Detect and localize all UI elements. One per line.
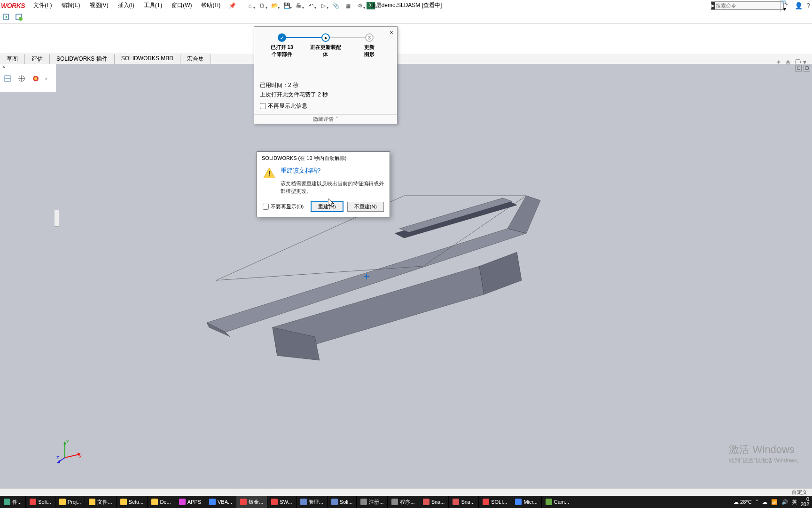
taskbar-item-16[interactable]: SOLI... [479,496,511,508]
taskbar-item-12[interactable]: 注册... [357,496,388,508]
qa-icon-2[interactable] [15,13,23,22]
taskbar-item-label: 程序... [400,499,414,506]
taskbar-item-10[interactable]: 验证... [297,496,328,508]
tree-expand-icon[interactable]: › [45,75,47,82]
menubar: WORKS 文件(F) 编辑(E) 视图(V) 插入(I) 工具(T) 窗口(W… [0,0,812,11]
new-doc-icon[interactable]: 🗋▾ [257,1,268,10]
search-icon[interactable]: 🔍▾ [781,0,788,12]
tray-cloud-icon[interactable]: ☁ [762,499,767,505]
dialog-text: 重建该文档吗? 该文档需要重建以反映出当前的特征编辑或外部模型更改。 [281,167,384,195]
user-icon[interactable]: 👤 [795,2,803,9]
taskbar-app-icon [331,499,338,505]
step2-label1: 正在更新装配 [310,44,341,51]
taskbar-item-13[interactable]: 程序... [388,496,419,508]
vp-icon-2[interactable]: ❀ [785,58,791,66]
options-icon[interactable]: ⚙▾ [354,1,366,10]
taskbar-item-6[interactable]: APPS [175,496,205,508]
taskbar-item-3[interactable]: 文件... [85,496,116,508]
step1-label1: 已打开 13 [271,44,293,51]
open-icon[interactable]: 📂▾ [269,1,280,10]
grid-icon[interactable]: ▦ [342,1,353,10]
pin-icon[interactable]: 📌 [225,2,240,9]
tree-tab-1[interactable] [3,74,12,83]
top-right-icons: 👤 ? [795,2,810,9]
step2-circle-icon: ● [321,33,330,42]
menu-view[interactable]: 视图(V) [85,1,113,9]
dialog-dont-show-check[interactable] [263,204,269,210]
taskbar-item-14[interactable]: Sna... [419,496,449,508]
rebuild-button[interactable]: 重建(R) [311,201,343,212]
taskbar-item-2[interactable]: Proj... [55,496,86,508]
status-custom[interactable]: 自定义 [792,489,807,496]
no-rebuild-button[interactable]: 不重建(N) [347,202,384,212]
progress-steps: ✓ 已打开 13 个零部件 ● 正在更新装配 体 3 更新 图形 [254,27,397,62]
tree-tab-2[interactable] [17,74,26,83]
dont-show-check[interactable] [260,103,266,109]
windows-taskbar: 件...Soli...Proj...文件...Setu...De...APPSV… [0,496,812,508]
svg-text:Z: Z [56,455,59,460]
viewport-top-right: ◻ ▢ [795,65,810,71]
tab-macros[interactable]: 宏合集 [180,54,211,64]
taskbar-app-icon [483,499,489,505]
taskbar-app-icon [423,499,429,505]
tree-header: ° [0,64,56,72]
taskbar-item-17[interactable]: Micr... [511,496,541,508]
last-open-time: 上次打开此文件花费了 2 秒 [260,90,391,99]
taskbar-item-8[interactable]: 钣金... [236,496,267,508]
taskbar-item-label: Sna... [431,499,445,505]
home-icon[interactable]: ⌂▾ [244,1,256,10]
taskbar-item-label: Setu... [129,499,144,505]
tray-ime[interactable]: 英 [792,499,797,506]
save-icon[interactable]: 💾▾ [281,1,292,10]
tray-volume-icon[interactable]: 🔊 [781,499,788,505]
menu-insert[interactable]: 插入(I) [113,1,139,9]
tab-mbd[interactable]: SOLIDWORKS MBD [115,54,180,64]
taskbar-item-18[interactable]: Cam... [542,496,573,508]
vp-restore-icon[interactable]: ◻ [795,65,802,71]
taskbar-item-7[interactable]: VBA... [205,496,236,508]
dialog-dont-show[interactable]: 不要再显示(D) [263,203,304,210]
taskbar-item-11[interactable]: Soli... [328,496,357,508]
weather-widget[interactable]: ☁ 28°C [734,499,752,505]
taskbar-item-1[interactable]: Soli... [26,496,55,508]
tray-time[interactable]: 0202 [801,497,809,507]
menu-file[interactable]: 文件(F) [29,1,56,9]
search-input[interactable] [715,3,781,8]
taskbar-item-label: Proj... [68,499,81,505]
taskbar-app-icon [151,499,158,505]
taskbar-app-icon [4,499,10,505]
left-collapse-handle[interactable] [55,210,59,227]
vp-max-icon[interactable]: ▢ [804,65,810,71]
tab-evaluate[interactable]: 评估 [25,54,50,64]
print-icon[interactable]: 🖶▾ [293,1,304,10]
tab-sketch[interactable]: 草图 [0,54,25,64]
graphics-viewport[interactable]: ✦ ❀ 🖵 ▾ ◻ ▢ ° › [0,64,812,488]
qa-icon-1[interactable] [3,13,11,22]
command-search[interactable]: ▶ 🔍▾ [711,1,784,10]
tab-plugins[interactable]: SOLIDWORKS 插件 [50,54,115,64]
dialog-title: SOLIDWORKS (在 10 秒内自动解除) [257,152,390,164]
undo-icon[interactable]: ↶▾ [305,1,317,10]
taskbar-item-5[interactable]: De... [148,496,175,508]
taskbar-item-label: VBA... [218,499,232,505]
menu-tools[interactable]: 工具(T) [139,1,167,9]
taskbar-item-0[interactable]: 件... [0,496,26,508]
svg-text:!: ! [268,170,270,178]
tree-tab-3[interactable] [31,74,40,83]
taskbar-item-15[interactable]: Sna... [449,496,479,508]
help-icon[interactable]: ? [806,2,810,9]
menu-help[interactable]: 帮助(H) [196,1,225,9]
menu-edit[interactable]: 编辑(E) [57,1,85,9]
taskbar-item-9[interactable]: SW... [267,496,296,508]
menu-window[interactable]: 窗口(W) [167,1,196,9]
tray-wifi-icon[interactable]: 📶 [771,499,778,505]
attach-icon[interactable]: 📎 [330,1,341,10]
tray-chevron-icon[interactable]: ˄ [756,499,758,505]
dont-show-checkbox[interactable]: 不再显示此信息 [260,101,391,111]
taskbar-item-label: Soli... [38,499,51,505]
hide-detail-toggle[interactable]: 隐藏详情 ˄ [254,114,397,124]
taskbar-item-4[interactable]: Setu... [117,496,148,508]
app-logo: WORKS [0,2,29,9]
select-icon[interactable]: ▷▾ [318,1,329,10]
vp-icon-1[interactable]: ✦ [776,58,781,66]
